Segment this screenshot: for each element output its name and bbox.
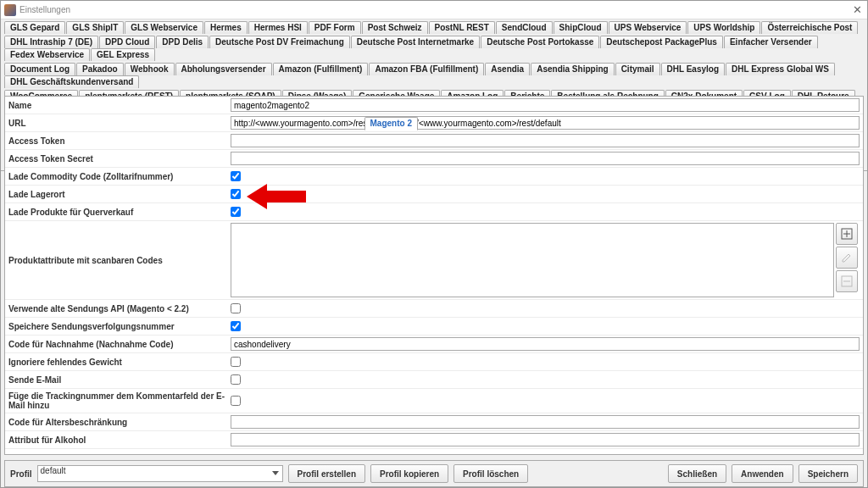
tab-deutsche-post-portokasse[interactable]: Deutsche Post Portokasse: [481, 36, 599, 48]
row-altersbeschraenkung: Code für Altersbeschränkung: [5, 413, 863, 431]
settings-content: Name URL Access Token Access Token Secre…: [4, 96, 864, 455]
edit-button[interactable]: [836, 247, 858, 269]
label-lagerort: Lade Lagerort: [5, 188, 231, 201]
tab-citymail[interactable]: Citymail: [615, 63, 660, 75]
checkbox-lagerort[interactable]: [231, 189, 241, 199]
profile-select[interactable]: default: [37, 465, 283, 482]
anwenden-button[interactable]: Anwenden: [732, 464, 793, 483]
tab--sterreichische-post[interactable]: Österreichische Post: [761, 21, 858, 34]
tab-dpd-cloud[interactable]: DPD Cloud: [99, 36, 155, 48]
tab-deutsche-post-dv-freimachung[interactable]: Deutsche Post DV Freimachung: [209, 36, 350, 48]
label-nachnahme: Code für Nachnahme (Nachnahme Code): [5, 338, 231, 351]
tab-hermes-hsi[interactable]: Hermes HSI: [248, 21, 308, 34]
checkbox-trackingnummer[interactable]: [231, 321, 241, 331]
tab-shipcloud[interactable]: ShipCloud: [554, 21, 608, 34]
tab-amazon-fba-fulfillment-[interactable]: Amazon FBA (Fulfillment): [369, 63, 484, 75]
row-gewicht: Ignoriere fehlendes Gewicht: [5, 353, 863, 371]
checkbox-kommentar[interactable]: [231, 396, 241, 406]
label-commodity-code: Lade Commodity Code (Zolltarifnummer): [5, 170, 231, 183]
tab-magento-2[interactable]: Magento 2: [364, 117, 418, 130]
tab-pakadoo[interactable]: Pakadoo: [76, 63, 124, 75]
input-access-token-secret[interactable]: [231, 152, 860, 165]
tab-asendia-shipping[interactable]: Asendia Shipping: [531, 63, 614, 75]
speichern-button[interactable]: Speichern: [798, 464, 858, 483]
tab-document-log[interactable]: Document Log: [4, 63, 75, 75]
row-lagerort: Lade Lagerort: [5, 186, 863, 203]
input-access-token[interactable]: [231, 134, 860, 147]
row-commodity-code: Lade Commodity Code (Zolltarifnummer): [5, 168, 863, 186]
tab-dhl-intraship-7-de-[interactable]: DHL Intraship 7 (DE): [4, 36, 98, 48]
tab-ups-worldship[interactable]: UPS Worldship: [687, 21, 760, 34]
tab-pdf-form[interactable]: PDF Form: [309, 21, 361, 34]
remove-button[interactable]: [836, 270, 858, 292]
label-altersbeschraenkung: Code für Altersbeschränkung: [5, 416, 231, 429]
input-url[interactable]: [231, 116, 860, 130]
label-access-token: Access Token: [5, 135, 231, 147]
close-icon[interactable]: ✕: [853, 3, 862, 16]
row-url: URL: [5, 114, 863, 132]
add-button[interactable]: [836, 223, 858, 245]
label-email: Sende E-Mail: [5, 374, 231, 386]
checkbox-old-api[interactable]: [231, 303, 241, 313]
tab-hermes[interactable]: Hermes: [204, 21, 248, 34]
tab-row-2: DHL Intraship 7 (DE)DPD CloudDPD DelisDe…: [1, 34, 867, 61]
titlebar: Einstellungen ✕: [1, 1, 867, 19]
checkbox-email[interactable]: [231, 374, 241, 385]
input-nachnahme[interactable]: [231, 337, 860, 351]
row-access-token-secret: Access Token Secret: [5, 150, 863, 168]
tab-einfacher-versender[interactable]: Einfacher Versender: [724, 36, 818, 48]
label-name: Name: [5, 99, 231, 112]
checkbox-querverkauf[interactable]: [231, 207, 241, 217]
bottom-bar: Profil default Profil erstellen Profil k…: [4, 460, 864, 487]
tab-gel-express[interactable]: GEL Express: [91, 48, 155, 61]
checkbox-gewicht[interactable]: [231, 357, 241, 367]
minus-box-icon: [841, 275, 853, 287]
pencil-icon: [841, 252, 853, 263]
row-kommentar: Füge die Trackingnummer dem Kommentarfel…: [5, 389, 863, 413]
app-icon: [4, 4, 16, 16]
label-access-token-secret: Access Token Secret: [5, 152, 231, 165]
tab-postnl-rest[interactable]: PostNL REST: [429, 21, 495, 34]
tab-post-schweiz[interactable]: Post Schweiz: [362, 21, 428, 34]
profil-loeschen-button[interactable]: Profil löschen: [453, 464, 528, 483]
label-querverkauf: Lade Produkte für Querverkauf: [5, 206, 231, 219]
row-trackingnummer: Speichere Sendungsverfolgungsnummer: [5, 318, 863, 336]
profil-kopieren-button[interactable]: Profil kopieren: [370, 464, 448, 483]
schliessen-button[interactable]: Schließen: [668, 464, 726, 483]
row-querverkauf: Lade Produkte für Querverkauf: [5, 203, 863, 221]
tab-dhl-express-global-ws[interactable]: DHL Express Global WS: [726, 63, 835, 75]
tab-dpd-delis[interactable]: DPD Delis: [156, 36, 209, 48]
label-profil: Profil: [10, 469, 32, 479]
row-produktattribute: Produktattribute mit scanbaren Codes: [5, 221, 863, 300]
label-gewicht: Ignoriere fehlendes Gewicht: [5, 356, 231, 369]
input-altersbeschraenkung[interactable]: [231, 415, 860, 429]
row-old-api: Verwende alte Sendungs API (Magento < 2.…: [5, 300, 863, 318]
tab-deutsche-post-internetmarke[interactable]: Deutsche Post Internetmarke: [351, 36, 480, 48]
tab-sendcloud[interactable]: SendCloud: [496, 21, 553, 34]
tab-dhl-gesch-ftskundenversand[interactable]: DHL Geschäftskundenversand: [4, 75, 139, 88]
tab-webhook[interactable]: Webhook: [125, 63, 175, 75]
tab-asendia[interactable]: Asendia: [485, 63, 530, 75]
textarea-produktattribute[interactable]: [231, 223, 834, 297]
tab-deutschepost-packageplus[interactable]: Deutschepost PackagePlus: [600, 36, 723, 48]
input-name[interactable]: [231, 98, 860, 112]
profil-erstellen-button[interactable]: Profil erstellen: [288, 464, 365, 483]
window-title: Einstellungen: [19, 5, 70, 14]
row-name: Name: [5, 97, 863, 114]
checkbox-commodity-code[interactable]: [231, 171, 241, 181]
tab-gls-gepard[interactable]: GLS Gepard: [4, 21, 65, 34]
tab-amazon-fulfillment-[interactable]: Amazon (Fulfillment): [273, 63, 369, 75]
label-kommentar: Füge die Trackingnummer dem Kommentarfel…: [5, 390, 231, 412]
tab-gls-webservice[interactable]: GLS Webservice: [125, 21, 203, 34]
tab-ups-webservice[interactable]: UPS Webservice: [609, 21, 687, 34]
input-alkohol[interactable]: [231, 433, 860, 446]
row-alkohol: Attribut für Alkohol: [5, 431, 863, 449]
row-email: Sende E-Mail: [5, 371, 863, 389]
label-produktattribute: Produktattribute mit scanbaren Codes: [5, 254, 231, 267]
label-trackingnummer: Speichere Sendungsverfolgungsnummer: [5, 320, 231, 333]
row-access-token: Access Token: [5, 132, 863, 150]
tab-abholungsversender[interactable]: Abholungsversender: [175, 63, 272, 75]
tab-dhl-easylog[interactable]: DHL Easylog: [661, 63, 726, 75]
tab-gls-shipit[interactable]: GLS ShipIT: [66, 21, 124, 34]
tab-fedex-webservice[interactable]: Fedex Webservice: [4, 48, 90, 61]
